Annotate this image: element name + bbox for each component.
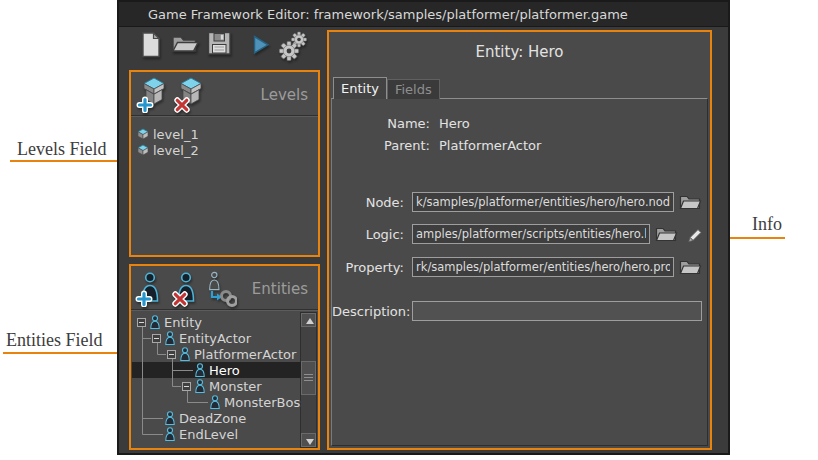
tree-item-endlevel[interactable]: EndLevel [132, 426, 301, 442]
logic-path-input[interactable] [412, 224, 650, 244]
property-path-input[interactable] [412, 257, 674, 277]
tree-item-entity[interactable]: Entity [132, 314, 301, 330]
screenshot-root: Levels Field Entities Field Info Game Fr… [0, 0, 818, 460]
entity-icon [194, 379, 206, 393]
node-label: Node: [332, 195, 404, 210]
level-list-item[interactable]: level_2 [132, 142, 317, 158]
entity-icon [164, 331, 176, 345]
tree-item-entityactor[interactable]: EntityActor [132, 330, 301, 346]
app-window: Game Framework Editor: framework/samples… [117, 0, 730, 455]
tree-item-monsterboss[interactable]: MonsterBoss [132, 394, 301, 410]
folder-icon [655, 225, 678, 243]
parent-value: PlatformerActor [439, 138, 541, 153]
level-label: level_1 [153, 127, 199, 142]
logic-row: Logic: [332, 224, 704, 244]
add-level-icon [136, 77, 172, 113]
name-label: Name: [332, 116, 430, 131]
scrollbar-grip [304, 374, 313, 383]
annotation-info-label: Info [752, 214, 782, 235]
tree-collapse-icon[interactable] [137, 318, 146, 327]
link-entity-button[interactable] [205, 271, 237, 311]
tree-scrollbar[interactable] [300, 312, 317, 448]
info-panel: Entity: Hero Entity Fields Name: Hero Pa… [327, 30, 712, 450]
levels-list: level_1 level_2 [132, 120, 317, 254]
gear-icon [277, 30, 309, 63]
window-title: Game Framework Editor: framework/samples… [148, 7, 628, 22]
new-document-icon [139, 31, 163, 59]
window-titlebar: Game Framework Editor: framework/samples… [119, 2, 728, 27]
tree-item-label: PlatformerActor [194, 347, 296, 362]
tree-item-deadzone[interactable]: DeadZone [132, 410, 301, 426]
entities-panel-title: Entities [252, 280, 308, 298]
tree-item-monster[interactable]: Monster [132, 378, 301, 394]
tree-collapse-icon[interactable] [182, 382, 191, 391]
entity-icon [149, 315, 161, 329]
property-browse-button[interactable] [679, 258, 702, 276]
entity-icon [164, 411, 176, 425]
level-list-item[interactable]: level_1 [132, 126, 317, 142]
tree-item-platformeractor[interactable]: PlatformerActor [132, 346, 301, 362]
tree-collapse-icon[interactable] [167, 350, 176, 359]
remove-level-button[interactable] [173, 77, 209, 117]
add-entity-button[interactable] [135, 271, 169, 311]
description-row: Description: [332, 301, 702, 321]
property-label: Property: [332, 260, 404, 275]
new-file-button[interactable] [139, 31, 169, 63]
tree-item-label: EntityActor [179, 331, 251, 346]
folder-icon [679, 193, 702, 211]
tab-fields[interactable]: Fields [387, 79, 440, 99]
play-icon [253, 35, 270, 55]
open-file-button[interactable] [171, 31, 201, 63]
remove-level-icon [173, 77, 209, 113]
entity-icon [194, 363, 206, 377]
levels-panel: Levels level_1 level_2 [129, 70, 320, 257]
main-toolbar [129, 31, 329, 67]
save-button[interactable] [207, 31, 237, 63]
tree-item-label: DeadZone [179, 411, 246, 426]
scroll-down-icon [306, 439, 314, 445]
property-row: Property: [332, 257, 702, 277]
description-label: Description: [332, 304, 404, 319]
scrollbar-down-button[interactable] [301, 433, 316, 447]
tree-collapse-icon[interactable] [152, 334, 161, 343]
save-icon [207, 31, 232, 56]
entity-icon [179, 347, 191, 361]
entities-panel-header: Entities [131, 266, 318, 310]
entity-icon [209, 395, 221, 409]
remove-entity-icon [171, 271, 205, 307]
level-icon [137, 144, 149, 156]
logic-label: Logic: [332, 227, 404, 242]
folder-icon [679, 258, 702, 276]
description-input[interactable] [412, 301, 702, 321]
logic-browse-button[interactable] [655, 225, 678, 243]
node-row: Node: [332, 192, 702, 212]
level-icon [137, 128, 149, 140]
tree-item-label: Monster [209, 379, 262, 394]
remove-entity-button[interactable] [171, 271, 205, 311]
tab-entity[interactable]: Entity [333, 77, 387, 99]
levels-panel-header: Levels [131, 72, 318, 116]
scrollbar-up-button[interactable] [301, 313, 316, 327]
entities-panel: Entities Entity EntityActor PlatformerAc… [129, 264, 320, 450]
annotation-entities-line [3, 352, 131, 354]
logic-edit-button[interactable] [685, 225, 704, 244]
tree-item-label: Entity [164, 315, 202, 330]
parent-label: Parent: [332, 138, 430, 153]
scrollbar-thumb[interactable] [301, 361, 316, 395]
annotation-levels-line [10, 160, 131, 162]
entity-icon [164, 427, 176, 441]
entity-tab-content: Name: Hero Parent: PlatformerActor Node:… [331, 98, 708, 446]
tree-item-hero[interactable]: Hero [132, 362, 301, 378]
info-panel-title: Entity: Hero [329, 43, 710, 61]
tree-item-label: EndLevel [179, 427, 238, 442]
info-tabs: Entity Fields [333, 77, 440, 99]
node-browse-button[interactable] [679, 193, 702, 211]
add-level-button[interactable] [136, 77, 172, 117]
parent-row: Parent: PlatformerActor [332, 137, 541, 153]
link-entity-icon [205, 271, 237, 307]
annotation-entities-field-label: Entities Field [6, 330, 103, 351]
entities-tree: Entity EntityActor PlatformerActor Hero [132, 312, 301, 448]
settings-button[interactable] [277, 30, 307, 62]
level-label: level_2 [153, 143, 199, 158]
node-path-input[interactable] [412, 192, 674, 212]
